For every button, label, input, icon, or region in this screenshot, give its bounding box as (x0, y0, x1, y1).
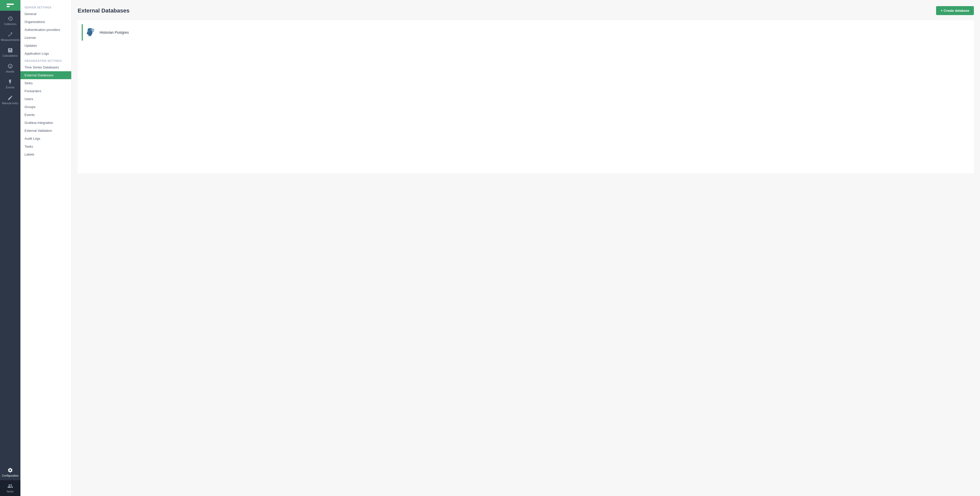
app-logo[interactable] (0, 0, 21, 11)
nav-label-manual-entry: Manual entry (2, 102, 18, 105)
sidebar-item-license[interactable]: License (21, 34, 71, 41)
history-icon (7, 16, 13, 21)
user-group-icon (7, 483, 13, 489)
nav-label-assets: Assets (6, 70, 14, 73)
nav-label-events: Events (6, 86, 14, 89)
sidebar-item-general[interactable]: General (21, 10, 71, 18)
sidebar-item-users[interactable]: Users (21, 95, 71, 103)
content-area: Historian Postgres (78, 20, 974, 174)
svg-rect-8 (89, 35, 90, 36)
sidebar-item-authentication-providers[interactable]: Authentication providers (21, 26, 71, 34)
sidebar-item-labels[interactable]: Labels (21, 150, 71, 158)
postgresql-icon (85, 27, 96, 38)
svg-point-7 (88, 30, 90, 33)
sidebar-item-time-series-databases[interactable]: Time Series Databases (21, 63, 71, 71)
sidebar-item-external-validation[interactable]: External Validation (21, 127, 71, 135)
logo-icon (6, 3, 14, 7)
nav-item-factry[interactable]: factry (0, 480, 21, 496)
sidebar-item-application-logs[interactable]: Application Logs (21, 49, 71, 57)
nav-label-measurements: Measurements (1, 38, 20, 41)
svg-rect-9 (90, 35, 91, 36)
page-header: External Databases + Create database (78, 6, 974, 15)
nav-item-collectors[interactable]: Collectors (0, 13, 21, 29)
pencil-icon (7, 95, 13, 100)
nav-item-measurements[interactable]: Measurements (0, 29, 21, 45)
nav-label-configuration: Configuration (2, 474, 18, 477)
calculator-icon (7, 48, 13, 53)
sidebar-item-forwarders[interactable]: Forwarders (21, 87, 71, 95)
cube-icon (7, 63, 13, 69)
nav-item-events[interactable]: Events (0, 76, 21, 92)
sidebar-item-tasks[interactable]: Tasks (21, 142, 71, 150)
page-title: External Databases (78, 7, 129, 14)
server-settings-section: SERVER SETTINGS (21, 4, 71, 10)
nav-label-factry: factry (7, 490, 14, 493)
gear-icon (7, 467, 13, 473)
nav-item-manual-entry[interactable]: Manual entry (0, 92, 21, 108)
sidebar-item-updates[interactable]: Updates (21, 41, 71, 49)
nav-item-configuration[interactable]: Configuration (0, 464, 21, 480)
sidebar-item-organizations[interactable]: Organizations (21, 18, 71, 26)
org-settings-section: ORGANIZATION SETTINGS (21, 57, 71, 63)
ruler-icon (7, 32, 13, 37)
nav-label-collectors: Collectors (4, 22, 17, 26)
sidebar-item-audit-logs[interactable]: Audit Logs (21, 135, 71, 142)
create-database-button[interactable]: + Create database (936, 6, 974, 15)
sidebar-item-grafana-integration[interactable]: Grafana Integration (21, 119, 71, 127)
database-name: Historian Postgres (100, 30, 129, 35)
main-content: External Databases + Create database (72, 0, 980, 496)
bolt-icon (7, 79, 13, 85)
nav-item-calculations[interactable]: Calculations (0, 45, 21, 60)
nav-item-assets[interactable]: Assets (0, 60, 21, 76)
sidebar: SERVER SETTINGS General Organizations Au… (21, 0, 72, 496)
database-item-historian-postgres[interactable]: Historian Postgres (82, 24, 153, 41)
sidebar-item-events-org[interactable]: Events (21, 111, 71, 119)
sidebar-item-sinks[interactable]: Sinks (21, 79, 71, 87)
sidebar-item-groups[interactable]: Groups (21, 103, 71, 111)
icon-nav: Collectors Measurements Calculations Ass… (0, 0, 21, 496)
nav-label-calculations: Calculations (3, 54, 18, 57)
sidebar-item-external-databases[interactable]: External Databases (21, 71, 71, 79)
